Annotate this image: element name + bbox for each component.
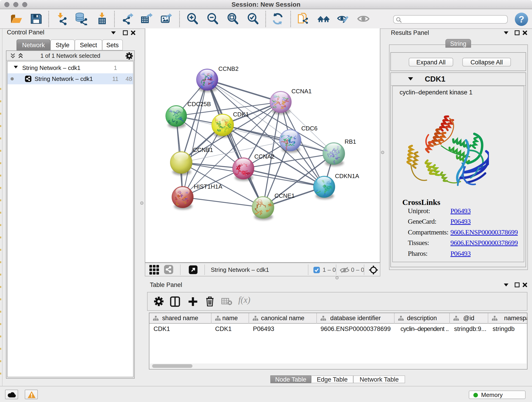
svg-text:CCNB1: CCNB1 — [193, 147, 213, 153]
svg-text:CCNA1: CCNA1 — [291, 88, 312, 95]
svg-text:CCNE1: CCNE1 — [274, 192, 295, 199]
svg-text:CCNB2: CCNB2 — [218, 65, 239, 72]
svg-text:CCNA2: CCNA2 — [254, 153, 274, 160]
svg-text:HIST1H1A: HIST1H1A — [194, 183, 222, 190]
svg-text:CDK1: CDK1 — [233, 111, 249, 118]
svg-text:CDC25B: CDC25B — [187, 101, 211, 108]
svg-text:CDC6: CDC6 — [301, 125, 317, 132]
svg-text:?: ? — [519, 14, 524, 24]
svg-text:CDKN1A: CDKN1A — [335, 172, 359, 179]
svg-text:RB1: RB1 — [345, 138, 356, 145]
